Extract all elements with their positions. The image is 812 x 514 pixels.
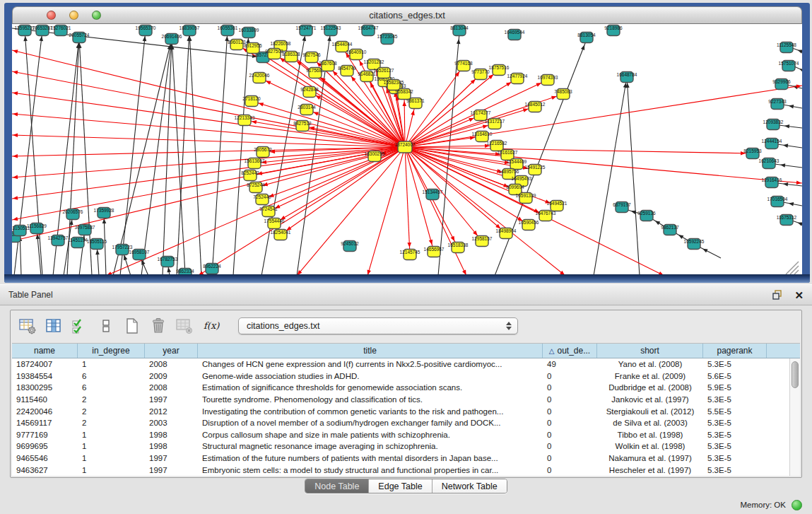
column-header-short[interactable]: short [597, 344, 703, 358]
cell-year[interactable]: 1998 [145, 431, 198, 439]
table-row[interactable]: 1872400712008Changes of HCN gene express… [12, 358, 800, 370]
cell-name[interactable]: 18724007 [12, 360, 78, 368]
cell-out_degree[interactable]: 0 [543, 407, 597, 416]
cell-out_degree[interactable]: 49 [543, 360, 597, 368]
cell-in_degree[interactable]: 2 [78, 407, 145, 416]
cell-title[interactable]: Estimation of significance thresholds fo… [198, 383, 543, 392]
table-row[interactable]: 1938455462009Genome-wide association stu… [12, 370, 800, 382]
cell-short[interactable]: Stergiakouli et al. (2012) [597, 407, 703, 416]
cell-pagerank[interactable]: 5.3E-5 [703, 395, 767, 404]
cell-in_degree[interactable]: 2 [78, 395, 145, 404]
cell-name[interactable]: 22420046 [12, 407, 78, 416]
column-header-year[interactable]: year [145, 344, 198, 358]
cell-in_degree[interactable]: 1 [78, 454, 145, 462]
cell-title[interactable]: Corpus callosum shape and size in male p… [198, 431, 543, 439]
vertical-scrollbar[interactable] [789, 358, 800, 476]
cell-name[interactable]: 14569117 [12, 419, 78, 427]
cell-short[interactable]: Jankovic et al. (1997) [597, 395, 703, 404]
scrollbar-thumb[interactable] [792, 361, 799, 388]
tab-node-table[interactable]: Node Table [305, 479, 368, 493]
column-selector-icon[interactable] [44, 316, 64, 336]
cell-year[interactable]: 1997 [145, 466, 198, 474]
cell-short[interactable]: de Silva et al. (2003) [597, 419, 703, 427]
window-titlebar[interactable]: citations_edges.txt [12, 6, 802, 24]
cell-short[interactable]: Nakamura et al. (1997) [597, 454, 703, 462]
table-row[interactable]: 2242004622012Investigating the contribut… [12, 405, 800, 417]
cell-short[interactable]: Hescheler et al. (1997) [597, 466, 703, 474]
cell-pagerank[interactable]: 5.3E-5 [703, 419, 767, 427]
column-header-out_degree[interactable]: △out_de... [543, 344, 597, 358]
column-header-title[interactable]: title [198, 344, 543, 358]
cell-in_degree[interactable]: 1 [78, 466, 145, 474]
cell-in_degree[interactable]: 1 [78, 431, 145, 439]
cell-name[interactable]: 9115460 [12, 395, 78, 404]
table-row[interactable]: 977716911998Corpus callosum shape and si… [12, 429, 800, 441]
cell-out_degree[interactable]: 0 [543, 383, 597, 392]
column-header-name[interactable]: name [12, 344, 78, 358]
table-row[interactable]: 969969511998Structural magnetic resonanc… [12, 440, 800, 452]
cell-year[interactable]: 2003 [145, 419, 198, 427]
table-selector-dropdown[interactable]: citations_edges.txt [238, 317, 518, 334]
cell-short[interactable]: Dudbridge et al. (2008) [597, 383, 703, 392]
cell-title[interactable]: Disruption of a novel member of a sodium… [198, 419, 543, 427]
cell-name[interactable]: 9463627 [12, 466, 78, 474]
cell-year[interactable]: 2009 [145, 372, 198, 380]
row-select-icon[interactable] [70, 316, 90, 336]
resize-grip-icon[interactable] [790, 266, 799, 274]
cell-title[interactable]: Investigating the contribution of common… [198, 407, 543, 416]
cell-in_degree[interactable]: 6 [78, 372, 145, 380]
cell-pagerank[interactable]: 5.3E-5 [703, 466, 767, 474]
cell-title[interactable]: Changes of HCN gene expression and I(f) … [198, 360, 543, 368]
new-table-icon[interactable] [122, 316, 142, 336]
cell-short[interactable]: Franke et al. (2009) [597, 372, 703, 380]
cell-title[interactable]: Estimation of the future numbers of pati… [198, 454, 543, 462]
cell-name[interactable]: 19384554 [12, 372, 78, 380]
cell-out_degree[interactable]: 0 [543, 454, 597, 462]
cell-out_degree[interactable]: 0 [543, 442, 597, 450]
cell-short[interactable]: Tibbo et al. (1998) [597, 431, 703, 439]
float-panel-icon[interactable] [772, 290, 783, 300]
cell-pagerank[interactable]: 5.9E-5 [703, 383, 767, 392]
cell-out_degree[interactable]: 0 [543, 431, 597, 439]
cell-pagerank[interactable]: 5.3E-5 [703, 431, 767, 439]
cell-name[interactable]: 9699695 [12, 442, 78, 450]
cell-editor-icon[interactable] [96, 316, 116, 336]
close-panel-icon[interactable]: ✕ [794, 290, 804, 300]
cell-year[interactable]: 2008 [145, 383, 198, 392]
column-header-in_degree[interactable]: in_degree [78, 344, 145, 358]
table-row[interactable]: 1830029562008Estimation of significance … [12, 382, 800, 394]
cell-name[interactable]: 9465546 [12, 454, 78, 462]
network-canvas[interactable]: 1359522710653287152760212005572419565370… [12, 24, 802, 274]
cell-pagerank[interactable]: 5.3E-5 [703, 454, 767, 462]
tab-edge-table[interactable]: Edge Table [368, 479, 431, 493]
cell-year[interactable]: 2012 [145, 407, 198, 416]
table-row[interactable]: 946554611997Estimation of the future num… [12, 452, 800, 465]
cell-pagerank[interactable]: 5.3E-5 [703, 442, 767, 450]
cell-short[interactable]: Yano et al. (2008) [597, 360, 703, 368]
column-header-pagerank[interactable]: pagerank [703, 344, 767, 358]
cell-out_degree[interactable]: 0 [543, 372, 597, 380]
cell-title[interactable]: Embryonic stem cells: a model to study s… [198, 466, 543, 474]
cell-pagerank[interactable]: 5.3E-5 [703, 360, 767, 368]
table-row[interactable]: 946362711997Embryonic stem cells: a mode… [12, 464, 800, 476]
cell-out_degree[interactable]: 0 [543, 466, 597, 474]
cell-in_degree[interactable]: 6 [78, 383, 145, 392]
cell-title[interactable]: Genome-wide association studies in ADHD. [198, 372, 543, 380]
table-settings-icon[interactable] [18, 316, 37, 336]
delete-rows-trash-icon[interactable] [148, 316, 168, 336]
cell-year[interactable]: 1997 [145, 454, 198, 462]
tab-network-table[interactable]: Network Table [432, 479, 507, 493]
cell-in_degree[interactable]: 2 [78, 419, 145, 427]
table-row[interactable]: 1456911722003Disruption of a novel membe… [12, 417, 800, 429]
cell-out_degree[interactable]: 0 [543, 419, 597, 427]
cell-title[interactable]: Tourette syndrome. Phenomenology and cla… [198, 395, 543, 404]
cell-in_degree[interactable]: 1 [78, 442, 145, 450]
table-row[interactable]: 911546021997Tourette syndrome. Phenomeno… [12, 394, 800, 406]
cell-short[interactable]: Wolkin et al. (1998) [597, 442, 703, 450]
cell-year[interactable]: 1998 [145, 442, 198, 450]
cell-out_degree[interactable]: 0 [543, 395, 597, 404]
cell-title[interactable]: Structural magnetic resonance image aver… [198, 442, 543, 450]
cell-name[interactable]: 18300295 [12, 383, 78, 392]
cell-in_degree[interactable]: 1 [78, 360, 145, 368]
cell-name[interactable]: 9777169 [12, 431, 78, 439]
